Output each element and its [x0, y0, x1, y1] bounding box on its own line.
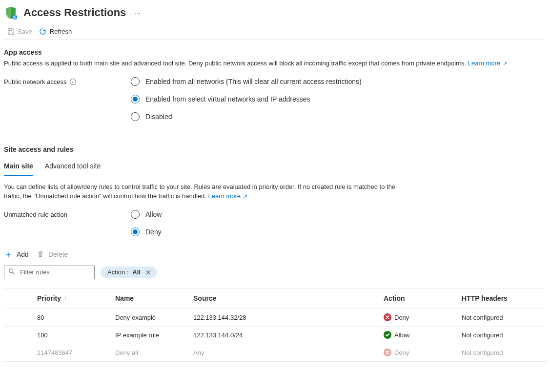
refresh-label: Refresh: [50, 28, 72, 35]
site-access-desc: You can define lists of allow/deny rules…: [4, 182, 404, 201]
col-action[interactable]: Action: [382, 291, 460, 305]
save-button: Save: [7, 27, 32, 35]
trash-icon: [37, 250, 44, 258]
public-network-access-label: Public network access i: [4, 77, 131, 85]
page-header: Access Restrictions ···: [4, 4, 546, 23]
svg-line-2: [13, 272, 15, 274]
cell-source: Any: [191, 346, 382, 359]
table-row[interactable]: 80Deny example122.133.144.32/28DenyNot c…: [4, 309, 546, 327]
filter-rules-input[interactable]: [19, 268, 90, 276]
radio-label: Enabled from all networks (This will cle…: [145, 78, 362, 85]
search-icon: [8, 268, 15, 276]
radio-enabled-select[interactable]: Enabled from select virtual networks and…: [131, 95, 362, 103]
svg-point-1: [9, 269, 13, 273]
table-row[interactable]: 100IP example rule122.133.144.0/24AllowN…: [4, 327, 546, 344]
site-access-title: Site access and rules: [4, 145, 546, 153]
filter-rules-box[interactable]: [4, 266, 95, 279]
cell-priority: 100: [35, 329, 113, 342]
rules-table: Priority ↑ Name Source Action HTTP heade…: [4, 288, 546, 362]
radio-label: Disabled: [145, 113, 172, 121]
radio-label: Deny: [145, 228, 162, 236]
radio-icon: [131, 95, 140, 103]
table-row: 2147483647Deny allAnyDenyNot configured: [4, 344, 546, 362]
cell-priority: 80: [35, 311, 113, 324]
col-name[interactable]: Name: [113, 291, 191, 305]
save-label: Save: [18, 28, 32, 35]
radio-unmatched-deny[interactable]: Deny: [131, 227, 162, 236]
external-link-icon: ↗: [501, 61, 507, 66]
cell-http: Not configured: [460, 346, 546, 359]
page-title: Access Restrictions: [23, 6, 126, 19]
deny-icon: [384, 349, 391, 356]
command-bar: Save Refresh: [4, 23, 546, 40]
tab-advanced-tool-site[interactable]: Advanced tool site: [45, 158, 101, 176]
filter-chip-action[interactable]: Action : All: [101, 267, 157, 278]
refresh-button[interactable]: Refresh: [39, 27, 72, 35]
col-http[interactable]: HTTP headers: [460, 291, 546, 305]
more-menu[interactable]: ···: [132, 9, 143, 17]
app-access-desc: Public access is applied to both main si…: [4, 59, 546, 68]
learn-more-link-site[interactable]: Learn more ↗: [208, 192, 247, 200]
radio-icon: [131, 77, 140, 86]
cell-http: Not configured: [460, 311, 546, 324]
cell-source: 122.133.144.0/24: [191, 329, 382, 342]
radio-enabled-all[interactable]: Enabled from all networks (This will cle…: [131, 77, 362, 86]
cell-source: 122.133.144.32/28: [191, 311, 382, 324]
cell-action: Deny: [382, 310, 460, 324]
cell-name: Deny example: [113, 311, 191, 324]
external-link-icon: ↗: [242, 193, 247, 199]
radio-disabled[interactable]: Disabled: [131, 112, 362, 121]
radio-label: Enabled from select virtual networks and…: [145, 95, 310, 103]
learn-more-link-app[interactable]: Learn more ↗: [468, 60, 508, 67]
cell-action: Deny: [382, 346, 460, 359]
shield-icon: [4, 6, 18, 20]
radio-icon: [131, 210, 140, 219]
close-icon[interactable]: [144, 268, 152, 276]
radio-icon: [131, 112, 140, 121]
delete-button: Delete: [37, 250, 68, 258]
table-header: Priority ↑ Name Source Action HTTP heade…: [4, 289, 546, 309]
radio-unmatched-allow[interactable]: Allow: [131, 210, 162, 219]
cell-name: Deny all: [113, 346, 191, 359]
refresh-icon: [39, 27, 47, 35]
save-icon: [7, 27, 15, 35]
unmatched-rule-action-label: Unmatched rule action: [4, 210, 131, 218]
cell-http: Not configured: [460, 329, 546, 342]
cell-name: IP example rule: [113, 329, 191, 342]
add-button[interactable]: ＋ Add: [4, 250, 29, 259]
info-icon[interactable]: i: [70, 79, 76, 85]
tab-main-site[interactable]: Main site: [4, 158, 33, 176]
deny-icon: [384, 313, 391, 321]
sort-asc-icon: ↑: [64, 295, 67, 301]
app-access-title: App access: [4, 48, 546, 56]
plus-icon: ＋: [4, 250, 13, 259]
col-priority[interactable]: Priority ↑: [35, 291, 113, 305]
radio-icon: [131, 227, 140, 236]
col-source[interactable]: Source: [191, 291, 382, 305]
check-icon: [384, 331, 391, 339]
site-tabs: Main site Advanced tool site: [4, 158, 546, 176]
cell-action: Allow: [382, 328, 460, 342]
app-access-desc-text: Public access is applied to both main si…: [4, 60, 466, 67]
cell-priority: 2147483647: [35, 346, 113, 359]
radio-label: Allow: [145, 210, 162, 218]
